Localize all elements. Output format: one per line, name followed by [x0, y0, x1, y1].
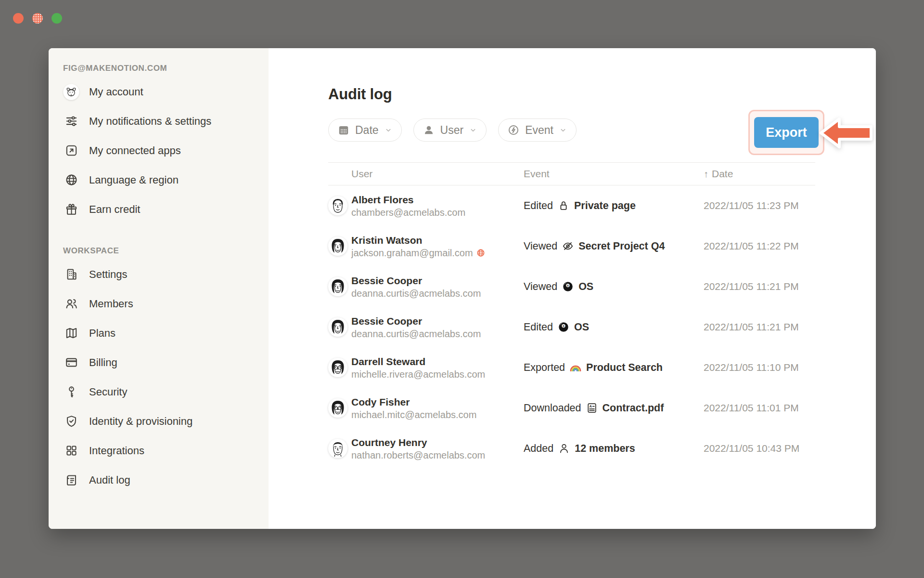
table-row: Courtney Henry nathan.roberts@acmelabs.c… [328, 428, 815, 469]
page-title: Audit log [328, 86, 876, 103]
user-cell: Cody Fisher michael.mitc@acmelabs.com [328, 396, 524, 420]
lock-icon [557, 199, 570, 212]
event-action: Added [524, 443, 553, 455]
sidebar-item-label: Identity & provisioning [89, 415, 192, 428]
avatar [328, 277, 347, 296]
event-action: Edited [524, 200, 553, 212]
event-action: Viewed [524, 240, 557, 252]
close-window-button[interactable] [13, 13, 24, 24]
external-globe-icon [476, 248, 486, 258]
user-email: michael.mitc@acmelabs.com [351, 409, 476, 420]
column-header-date[interactable]: ↑ Date [704, 168, 815, 180]
svg-text:A: A [589, 404, 592, 408]
sidebar-item[interactable]: My notifications & settings [63, 106, 269, 136]
audit-icon [63, 472, 79, 488]
member-icon [558, 442, 570, 455]
column-header-event: Event [524, 168, 704, 180]
grid-icon [63, 443, 79, 459]
event-object: OS [574, 321, 589, 333]
event-cell: Exported Product Search [524, 361, 704, 374]
event-action: Edited [524, 321, 553, 333]
sidebar-item[interactable]: Audit log [63, 465, 269, 495]
sidebar-item[interactable]: My connected apps [63, 136, 269, 165]
window-controls [13, 13, 62, 24]
workspace-section-label: WORKSPACE [63, 246, 269, 256]
table-row: Bessie Cooper deanna.curtis@acmelabs.com… [328, 307, 815, 347]
event-cell: Edited 8 OS [524, 321, 704, 333]
audit-log-table: User Event ↑ Date Albert Flores chambers… [328, 162, 815, 469]
user-email: michelle.rivera@acmelabs.com [351, 368, 485, 380]
column-header-user: User [328, 168, 524, 180]
event-object: OS [578, 281, 593, 293]
sidebar-item[interactable]: Earn credit [63, 195, 269, 224]
user-name: Courtney Henry [351, 436, 485, 448]
filter-pill[interactable]: User [413, 118, 487, 142]
event-date: 2022/11/05 11:21 PM [704, 321, 815, 333]
filter-label: Date [355, 124, 379, 137]
sort-ascending-icon: ↑ [704, 169, 708, 179]
user-cell: Albert Flores chambers@acmelabs.com [328, 194, 524, 218]
event-cell: Viewed 8 OS [524, 280, 704, 293]
sidebar-item[interactable]: Plans [63, 318, 269, 348]
event-object: 12 members [575, 443, 635, 455]
sidebar-workspace-section: Settings Members Plans Billing [63, 260, 269, 495]
rainbow-icon [569, 361, 582, 374]
event-cell: Downloaded A Contract.pdf [524, 402, 704, 414]
event-date: 2022/11/05 10:43 PM [704, 443, 815, 454]
sidebar-item-label: My account [89, 86, 143, 98]
sidebar-item[interactable]: Settings [63, 260, 269, 289]
table-row: Bessie Cooper deanna.curtis@acmelabs.com… [328, 266, 815, 307]
sidebar-item-label: Audit log [89, 474, 130, 486]
user-name: Bessie Cooper [351, 315, 481, 327]
filter-pill[interactable]: Event [498, 118, 577, 142]
zoom-window-button[interactable] [51, 13, 62, 24]
avatar [328, 317, 347, 337]
event-object: Private page [574, 200, 636, 212]
gift-icon [63, 201, 79, 218]
sliders-icon [63, 113, 79, 130]
user-name: Albert Flores [351, 194, 465, 206]
user-email: chambers@acmelabs.com [351, 207, 465, 218]
sidebar-item[interactable]: Language & region [63, 165, 269, 195]
user-name: Bessie Cooper [351, 275, 481, 287]
sidebar-item[interactable]: My account [63, 77, 269, 106]
eight-ball-icon: 8 [557, 321, 570, 333]
connected-apps-icon [63, 143, 79, 159]
minimize-window-button[interactable] [32, 13, 43, 24]
settings-window: FIG@MAKENOTION.COM My account My notific… [49, 48, 876, 529]
account-avatar-icon [63, 84, 79, 100]
sidebar-item[interactable]: Identity & provisioning [63, 407, 269, 436]
members-icon [63, 296, 79, 312]
audit-log-panel: Audit log Date User Event [269, 48, 876, 529]
export-button[interactable]: Export [754, 117, 819, 148]
settings-sidebar: FIG@MAKENOTION.COM My account My notific… [49, 48, 269, 529]
user-email: nathan.roberts@acmelabs.com [351, 449, 485, 461]
event-date: 2022/11/05 11:21 PM [704, 281, 815, 292]
shield-check-icon [63, 413, 79, 430]
user-cell: Bessie Cooper deanna.curtis@acmelabs.com [328, 315, 524, 340]
sidebar-item-label: Earn credit [89, 203, 140, 216]
sidebar-account-section: My account My notifications & settings M… [63, 77, 269, 224]
eight-ball-icon: 8 [562, 280, 574, 293]
sidebar-item[interactable]: Integrations [63, 436, 269, 465]
avatar [328, 236, 347, 256]
event-date: 2022/11/05 11:10 PM [704, 362, 815, 373]
event-date: 2022/11/05 11:22 PM [704, 240, 815, 252]
sidebar-item-label: Integrations [89, 445, 144, 457]
event-cell: Edited Private page [524, 199, 704, 212]
sidebar-item[interactable]: Security [63, 377, 269, 407]
event-bolt-icon [507, 124, 520, 136]
user-cell: Courtney Henry nathan.roberts@acmelabs.c… [328, 436, 524, 461]
event-cell: Viewed Secret Project Q4 [524, 240, 704, 252]
sidebar-item-label: Members [89, 298, 133, 310]
sidebar-item[interactable]: Members [63, 289, 269, 318]
table-header-row: User Event ↑ Date [328, 162, 815, 185]
sidebar-item[interactable]: Billing [63, 348, 269, 377]
filter-pill[interactable]: Date [328, 118, 402, 142]
eye-off-icon [562, 240, 574, 252]
account-email-label: FIG@MAKENOTION.COM [63, 64, 269, 73]
contract-doc-icon: A [586, 402, 598, 414]
sidebar-item-label: Security [89, 386, 127, 398]
sidebar-item-label: Billing [89, 356, 117, 369]
user-email: jackson.graham@gmail.com [351, 247, 473, 259]
